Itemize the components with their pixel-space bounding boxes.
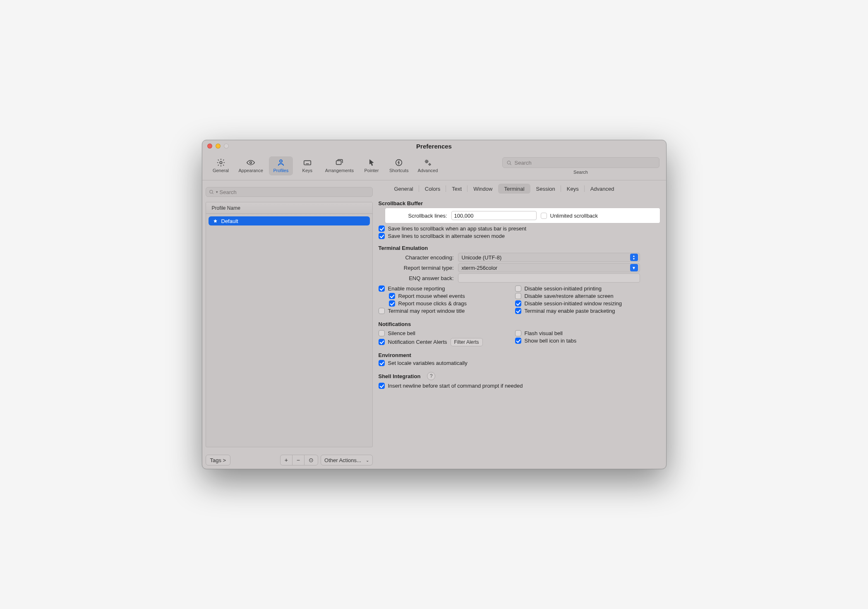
titlebar: Preferences [202,140,666,152]
encoding-popup[interactable]: Unicode (UTF-8) ▲▼ [458,253,640,262]
tab-terminal[interactable]: Terminal [498,184,530,194]
tab-window[interactable]: Window [468,184,498,194]
svg-rect-3 [304,161,311,165]
save-status-bar-checkbox[interactable]: Save lines to scrollback when an app sta… [379,225,659,232]
svg-point-8 [507,161,511,164]
silence-bell-checkbox[interactable]: Silence bell [379,330,515,336]
toolbar-shortcuts[interactable]: Shortcuts [386,156,412,175]
environment-heading: Environment [379,352,659,358]
report-clicks-checkbox[interactable]: Report mouse clicks & drags [389,300,515,307]
chevron-down-icon: ▾ [216,190,218,194]
tab-colors[interactable]: Colors [419,184,446,194]
tab-session[interactable]: Session [530,184,561,194]
add-profile-button[interactable]: + [281,455,293,465]
locale-checkbox[interactable]: Set locale variables automatically [379,360,659,366]
toolbar-search-input[interactable]: Search [502,157,659,168]
toolbar-search-label: Search [573,170,588,175]
enq-label: ENQ answer back: [379,275,454,281]
eye-icon [246,158,255,167]
updown-icon: ▲▼ [630,254,638,261]
svg-point-6 [426,161,427,162]
other-actions-dropdown[interactable]: Other Actions... ⌄ [321,455,372,465]
bell-icon-checkbox[interactable]: Show bell icon in tabs [515,338,659,344]
toolbar-appearance[interactable]: Appearance [235,156,266,175]
search-icon [506,160,512,166]
disable-alt-screen-checkbox[interactable]: Disable save/restore alternate screen [515,293,659,299]
svg-point-2 [280,160,282,162]
bolt-icon [394,158,403,167]
scrollback-heading: Scrollback Buffer [379,200,659,206]
tab-text[interactable]: Text [446,184,468,194]
person-icon [276,158,285,167]
profile-column-header[interactable]: Profile Name [206,202,372,214]
toolbar-pointer[interactable]: Pointer [360,156,384,175]
sidebar: ▾ Search Profile Name Default Tags > + − [202,180,376,469]
paste-bracketing-checkbox[interactable]: Terminal may enable paste bracketing [515,308,659,314]
svg-point-1 [250,162,252,164]
profile-row[interactable]: Default [209,216,370,225]
toolbar-general[interactable]: General [209,156,233,175]
search-icon [209,189,214,195]
report-title-checkbox[interactable]: Terminal may report window title [379,308,515,314]
profile-list: Profile Name Default [206,202,373,447]
insert-newline-checkbox[interactable]: Insert newline before start of command p… [379,383,659,389]
chevron-down-icon: ⌄ [366,458,369,463]
preferences-window: Preferences General Appearance Profiles … [202,140,667,469]
window-title: Preferences [202,143,666,150]
notifications-heading: Notifications [379,321,659,327]
disable-printing-checkbox[interactable]: Disable session-initiated printing [515,285,659,292]
toolbar-arrangements[interactable]: Arrangements [322,156,357,175]
tab-advanced[interactable]: Advanced [585,184,620,194]
tags-button[interactable]: Tags > [206,455,231,465]
unlimited-scrollback-checkbox[interactable]: Unlimited scrollback [541,213,598,219]
svg-point-0 [220,161,222,164]
filter-alerts-button[interactable]: Filter Alerts [451,338,483,346]
shell-integration-heading: Shell Integration [379,373,421,379]
svg-rect-4 [336,161,341,164]
help-button[interactable]: ? [427,372,435,380]
toolbar: General Appearance Profiles Keys Arrange… [202,152,666,180]
enable-mouse-checkbox[interactable]: Enable mouse reporting [379,285,515,292]
cursor-icon [367,158,376,167]
enq-input[interactable] [458,273,640,283]
windows-icon [335,158,344,167]
save-alt-screen-checkbox[interactable]: Save lines to scrollback in alternate sc… [379,233,659,239]
nc-alerts-checkbox[interactable]: Notification Center Alerts [379,339,447,345]
gear-icon [216,158,225,167]
remove-profile-button[interactable]: − [293,455,305,465]
profile-menu-button[interactable]: ⊙ [305,455,318,465]
tab-general[interactable]: General [388,184,419,194]
toolbar-advanced[interactable]: Advanced [414,156,441,175]
encoding-label: Character encoding: [379,254,454,261]
star-icon [213,218,218,224]
termtype-label: Report terminal type: [379,265,454,271]
toolbar-profiles[interactable]: Profiles [269,156,293,175]
keyboard-icon [303,158,312,167]
disable-resize-checkbox[interactable]: Disable session-initiated window resizin… [515,300,659,307]
scrollback-lines-input[interactable] [451,211,537,220]
svg-point-9 [209,190,212,193]
scrollback-lines-label: Scrollback lines: [385,213,447,219]
termtype-combo[interactable]: xterm-256color ▼ [458,263,640,272]
tab-keys[interactable]: Keys [561,184,585,194]
toolbar-keys[interactable]: Keys [295,156,319,175]
flash-bell-checkbox[interactable]: Flash visual bell [515,330,659,336]
profile-search-input[interactable]: ▾ Search [206,187,373,197]
emulation-heading: Terminal Emulation [379,245,659,251]
report-wheel-checkbox[interactable]: Report mouse wheel events [389,293,515,299]
svg-point-7 [429,164,430,165]
chevron-down-icon: ▼ [630,264,638,271]
gears-icon [423,158,432,167]
profile-tabs: General Colors Text Window Terminal Sess… [376,180,666,195]
